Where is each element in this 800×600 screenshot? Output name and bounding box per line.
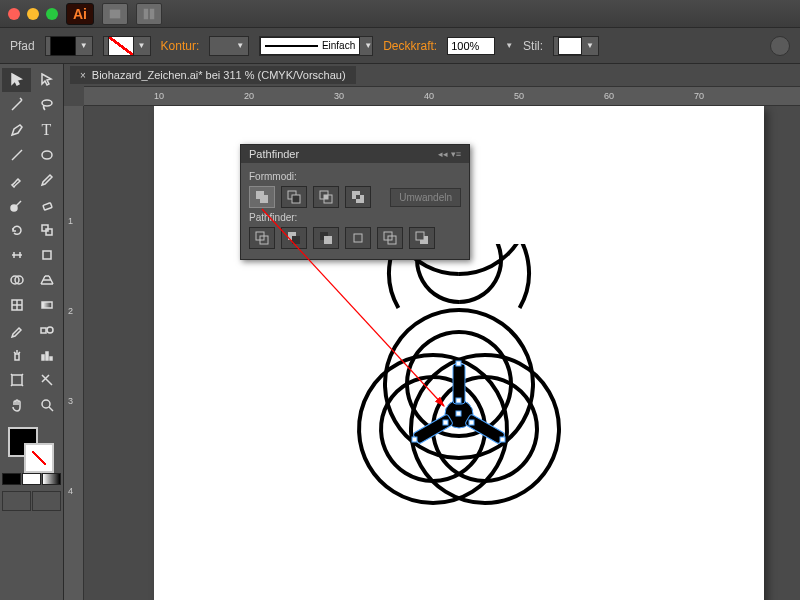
rotate-tool[interactable] [2, 218, 31, 242]
shape-builder-tool[interactable] [2, 268, 31, 292]
lasso-tool[interactable] [32, 93, 61, 117]
control-bar: Pfad ▼ ▼ Kontur: ▼ Einfach▼ Deckkraft: ▼… [0, 28, 800, 64]
pathfinder-panel[interactable]: Pathfinder ◂◂ ▾≡ Formmodi: Umwandeln [240, 144, 470, 260]
eyedropper-tool[interactable] [2, 318, 31, 342]
stroke-box[interactable] [24, 443, 54, 473]
close-tab-icon[interactable]: × [80, 70, 86, 81]
slice-tool[interactable] [32, 368, 61, 392]
column-graph-tool[interactable] [32, 343, 61, 367]
style-label: Stil: [523, 39, 543, 53]
svg-rect-30 [412, 437, 417, 442]
blob-brush-tool[interactable] [2, 193, 31, 217]
minus-front-button[interactable] [281, 186, 307, 208]
user-icon[interactable] [770, 36, 790, 56]
exclude-button[interactable] [345, 186, 371, 208]
svg-point-5 [42, 151, 52, 159]
svg-rect-55 [416, 232, 424, 240]
width-tool[interactable] [2, 243, 31, 267]
pathfinder-titlebar[interactable]: Pathfinder ◂◂ ▾≡ [241, 145, 469, 163]
svg-rect-1 [144, 8, 148, 19]
symbol-sprayer-tool[interactable] [2, 343, 31, 367]
svg-rect-21 [12, 375, 22, 385]
hand-tool[interactable] [2, 393, 31, 417]
svg-rect-7 [42, 203, 51, 210]
svg-rect-2 [150, 8, 154, 19]
svg-rect-28 [456, 361, 461, 366]
app-badge: Ai [66, 3, 94, 25]
outline-button[interactable] [377, 227, 403, 249]
trim-button[interactable] [281, 227, 307, 249]
crop-button[interactable] [345, 227, 371, 249]
svg-rect-17 [15, 354, 19, 360]
svg-line-4 [12, 150, 22, 160]
scale-tool[interactable] [32, 218, 61, 242]
svg-rect-48 [292, 236, 300, 244]
svg-rect-51 [354, 234, 362, 242]
opacity-input[interactable] [447, 37, 495, 55]
svg-rect-14 [42, 302, 52, 308]
svg-rect-26 [465, 414, 506, 444]
titlebar: Ai [0, 0, 800, 28]
svg-rect-31 [456, 411, 461, 416]
merge-button[interactable] [313, 227, 339, 249]
eraser-tool[interactable] [32, 193, 61, 217]
perspective-grid-tool[interactable] [32, 268, 61, 292]
vertical-ruler: 1 2 3 4 [64, 106, 84, 600]
pathfinder-ops-label: Pathfinder: [249, 212, 461, 223]
color-mode-bar[interactable] [2, 473, 61, 485]
screen-mode-buttons[interactable] [2, 491, 61, 511]
horizontal-ruler: 10 20 30 40 50 60 70 [84, 86, 800, 106]
fill-swatch-dropdown[interactable]: ▼ [45, 36, 93, 56]
ellipse-tool[interactable] [32, 143, 61, 167]
artboard-tool[interactable] [2, 368, 31, 392]
center-selected-shape[interactable] [399, 354, 519, 474]
svg-rect-10 [43, 251, 51, 259]
style-dropdown[interactable]: ▼ [553, 36, 599, 56]
stroke-swatch-dropdown[interactable]: ▼ [103, 36, 151, 56]
blend-tool[interactable] [32, 318, 61, 342]
minimize-window[interactable] [27, 8, 39, 20]
stroke-weight-dropdown[interactable]: ▼ [209, 36, 249, 56]
pathfinder-title: Pathfinder [249, 148, 299, 160]
fill-stroke-control[interactable] [2, 425, 61, 471]
svg-rect-15 [41, 328, 46, 333]
selection-tool[interactable] [2, 68, 31, 92]
divide-button[interactable] [249, 227, 275, 249]
svg-rect-9 [46, 229, 52, 235]
stroke-profile-dropdown[interactable]: Einfach▼ [259, 36, 373, 56]
opacity-label[interactable]: Deckkraft: [383, 39, 437, 53]
mesh-tool[interactable] [2, 293, 31, 317]
intersect-button[interactable] [313, 186, 339, 208]
magic-wand-tool[interactable] [2, 93, 31, 117]
line-tool[interactable] [2, 143, 31, 167]
svg-rect-0 [110, 9, 121, 18]
stroke-label[interactable]: Kontur: [161, 39, 200, 53]
svg-rect-29 [500, 437, 505, 442]
bridge-button[interactable] [102, 3, 128, 25]
document-tabs: × Biohazard_Zeichen.ai* bei 311 % (CMYK/… [64, 64, 800, 86]
svg-rect-27 [413, 414, 454, 444]
svg-rect-18 [42, 355, 44, 360]
close-window[interactable] [8, 8, 20, 20]
canvas[interactable]: Pathfinder ◂◂ ▾≡ Formmodi: Umwandeln [84, 106, 800, 600]
svg-line-23 [49, 407, 53, 411]
expand-button[interactable]: Umwandeln [390, 188, 461, 207]
artboard[interactable]: Pathfinder ◂◂ ▾≡ Formmodi: Umwandeln [154, 106, 764, 600]
free-transform-tool[interactable] [32, 243, 61, 267]
panel-menu-icon[interactable]: ◂◂ ▾≡ [438, 149, 461, 159]
minus-back-button[interactable] [409, 227, 435, 249]
document-tab[interactable]: × Biohazard_Zeichen.ai* bei 311 % (CMYK/… [70, 66, 356, 84]
direct-selection-tool[interactable] [32, 68, 61, 92]
pencil-tool[interactable] [32, 168, 61, 192]
svg-rect-50 [324, 236, 332, 244]
layout-button[interactable] [136, 3, 162, 25]
svg-rect-34 [443, 420, 448, 425]
type-tool[interactable]: T [32, 118, 61, 142]
zoom-window[interactable] [46, 8, 58, 20]
zoom-tool[interactable] [32, 393, 61, 417]
paintbrush-tool[interactable] [2, 168, 31, 192]
gradient-tool[interactable] [32, 293, 61, 317]
unite-button[interactable] [249, 186, 275, 208]
pen-tool[interactable] [2, 118, 31, 142]
svg-rect-33 [469, 420, 474, 425]
